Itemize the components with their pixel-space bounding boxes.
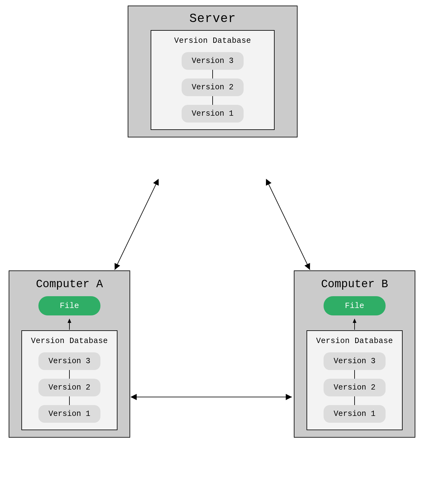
server-title: Server [189, 6, 236, 30]
computer-b-vdb-title: Version Database [316, 337, 393, 346]
version-pill: Version 3 [324, 352, 386, 370]
file-pill-a: File [38, 296, 100, 315]
version-pill: Version 2 [38, 379, 100, 396]
version-pill: Version 3 [38, 352, 100, 370]
version-pill: Version 1 [324, 405, 386, 423]
connector-line [212, 70, 213, 78]
version-pill: Version 2 [182, 78, 244, 96]
computer-a-title: Computer A [36, 271, 103, 296]
connector-line [69, 396, 70, 405]
computer-b-title: Computer B [321, 271, 388, 296]
file-pill-b: File [324, 296, 386, 315]
version-pill: Version 1 [182, 105, 244, 123]
file-arrow-icon [351, 318, 358, 330]
arrow-server-computer-b [267, 180, 310, 270]
connector-line [354, 396, 355, 405]
server-vdb-title: Version Database [174, 36, 251, 45]
computer-a-box: Computer A File Version Database Version… [9, 270, 130, 438]
server-vdb: Version Database Version 3 Version 2 Ver… [151, 30, 275, 130]
connector-line [69, 370, 70, 379]
server-box: Server Version Database Version 3 Versio… [128, 6, 298, 137]
version-pill: Version 3 [182, 52, 244, 70]
arrow-server-computer-a [115, 180, 158, 270]
computer-b-box: Computer B File Version Database Version… [294, 270, 415, 438]
computer-a-vdb-title: Version Database [31, 337, 108, 346]
connector-line [212, 96, 213, 105]
connector-line [354, 370, 355, 379]
computer-a-vdb: Version Database Version 3 Version 2 Ver… [21, 330, 117, 430]
version-pill: Version 2 [324, 379, 386, 396]
version-pill: Version 1 [38, 405, 100, 423]
computer-b-vdb: Version Database Version 3 Version 2 Ver… [307, 330, 403, 430]
file-arrow-icon [66, 318, 73, 330]
